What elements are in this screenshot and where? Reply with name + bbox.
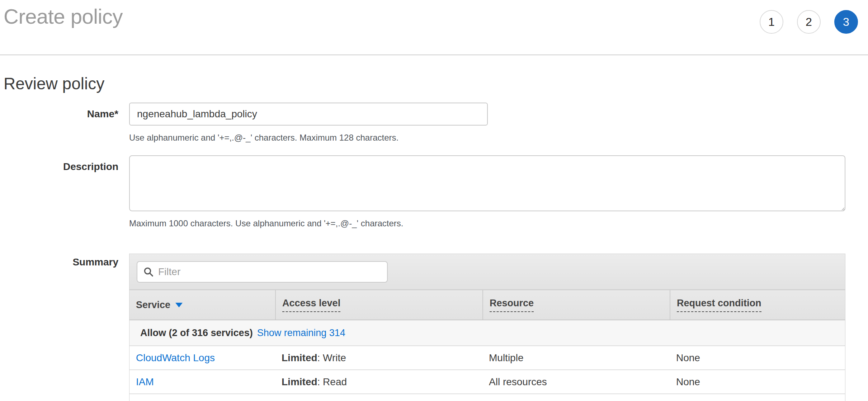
column-header-access-level[interactable]: Access level [275, 290, 482, 320]
request-condition-cell: None [670, 376, 845, 388]
wizard-step-3-active[interactable]: 3 [834, 10, 858, 34]
name-row: Name* [0, 103, 868, 126]
page-title: Create policy [4, 5, 123, 28]
section-title: Review policy [4, 74, 868, 93]
policy-summary-table: Service Access level Resource Request co… [129, 254, 845, 401]
name-help-text: Use alphanumeric and '+=,.@-_' character… [129, 133, 868, 143]
table-bottom-border [129, 393, 845, 401]
access-level-cell: Limited: Write [275, 352, 482, 364]
resource-cell: All resources [482, 376, 670, 388]
policy-description-textarea[interactable] [129, 155, 845, 211]
description-row: Description [0, 155, 868, 211]
summary-row: Summary Service Access level Resource [0, 254, 868, 401]
service-link-iam[interactable]: IAM [136, 376, 154, 388]
table-header-row: Service Access level Resource Request co… [129, 290, 845, 320]
service-cell: CloudWatch Logs [129, 352, 275, 364]
description-help-text: Maximum 1000 characters. Use alphanumeri… [129, 218, 868, 228]
column-header-resource[interactable]: Resource [482, 290, 670, 320]
resource-cell: Multiple [482, 352, 670, 364]
column-header-service[interactable]: Service [129, 290, 275, 320]
show-remaining-link[interactable]: Show remaining 314 [257, 327, 345, 339]
sort-descending-icon [175, 303, 183, 307]
search-icon [143, 266, 154, 277]
column-header-request-condition[interactable]: Request condition [670, 290, 845, 320]
wizard-steps: 1 2 3 [760, 10, 858, 34]
allow-group-title: Allow (2 of 316 services) [140, 327, 253, 339]
description-label: Description [0, 155, 129, 173]
filter-input[interactable] [158, 266, 381, 278]
summary-filter-toolbar [129, 254, 845, 290]
name-label: Name* [0, 108, 129, 120]
table-row: IAM Limited: Read All resources None [129, 369, 845, 393]
allow-group-row: Allow (2 of 316 services) Show remaining… [129, 320, 845, 345]
policy-name-input[interactable] [129, 103, 488, 126]
wizard-step-1[interactable]: 1 [760, 10, 783, 34]
service-link-cloudwatch-logs[interactable]: CloudWatch Logs [136, 352, 215, 364]
access-level-cell: Limited: Read [275, 376, 482, 388]
request-condition-cell: None [670, 352, 845, 364]
wizard-step-2[interactable]: 2 [797, 10, 821, 34]
page-header: Create policy 1 2 3 [0, 0, 868, 55]
service-cell: IAM [129, 376, 275, 388]
summary-label: Summary [0, 254, 129, 268]
filter-box[interactable] [137, 261, 388, 283]
table-row: CloudWatch Logs Limited: Write Multiple … [129, 345, 845, 369]
